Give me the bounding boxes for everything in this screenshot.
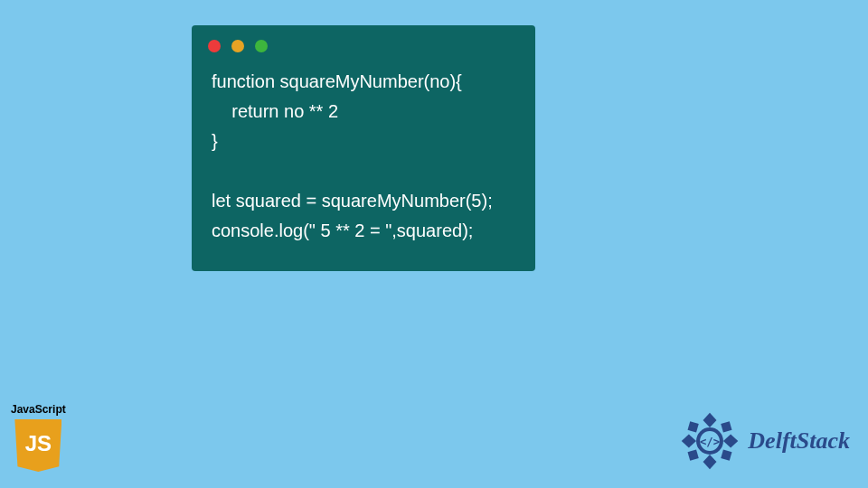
svg-marker-4 [688, 421, 699, 432]
svg-marker-2 [682, 435, 696, 448]
javascript-label: JavaScript [11, 403, 66, 416]
svg-marker-3 [723, 435, 738, 448]
javascript-badge: JavaScript JS [11, 403, 66, 472]
close-icon [208, 40, 221, 52]
code-line: let squared = squareMyNumber(5); [212, 191, 493, 211]
maximize-icon [255, 40, 268, 52]
svg-marker-7 [722, 450, 732, 461]
javascript-logo-icon: JS [14, 419, 61, 472]
svg-marker-6 [688, 450, 699, 461]
brand-logo-icon: </> [679, 410, 741, 472]
code-line: } [212, 131, 218, 151]
code-line: return no ** 2 [212, 101, 338, 121]
code-line: function squareMyNumber(no){ [212, 71, 462, 91]
brand: </> DelftStack [679, 410, 850, 472]
javascript-logo-text: JS [25, 431, 52, 456]
code-window: function squareMyNumber(no){ return no *… [192, 25, 535, 271]
code-content: function squareMyNumber(no){ return no *… [192, 60, 535, 253]
svg-marker-1 [703, 455, 717, 469]
code-line: console.log(" 5 ** 2 = ",squared); [212, 221, 473, 240]
svg-marker-0 [703, 413, 717, 427]
minimize-icon [231, 40, 244, 52]
svg-marker-5 [722, 421, 732, 432]
window-controls [192, 25, 535, 60]
brand-name: DelftStack [748, 427, 850, 455]
svg-text:</>: </> [700, 436, 720, 448]
